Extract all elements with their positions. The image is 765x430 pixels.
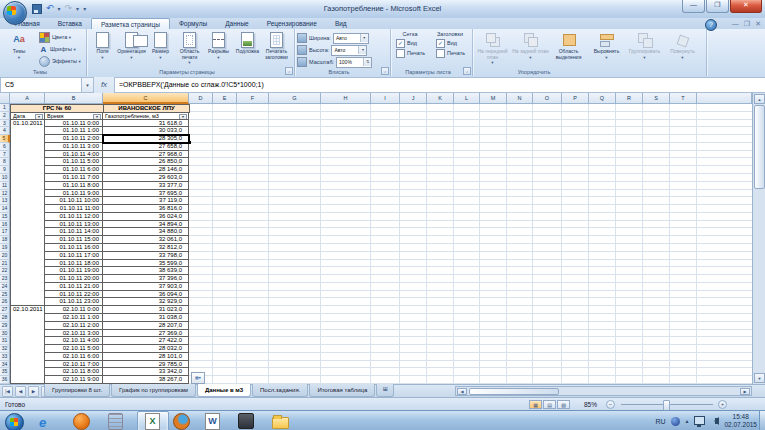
- cell-B9[interactable]: 01.10.11 6:00: [45, 166, 103, 174]
- cell-A9[interactable]: [10, 166, 45, 174]
- undo-icon[interactable]: ↶: [46, 4, 54, 13]
- cell-B33[interactable]: 02.10.11 6:00: [45, 353, 103, 361]
- row-header-28[interactable]: 28: [0, 314, 10, 322]
- minimize-button[interactable]: —: [682, 0, 705, 13]
- column-header-O[interactable]: O: [533, 93, 562, 104]
- start-button[interactable]: [5, 413, 24, 430]
- fill-handle[interactable]: [188, 141, 191, 144]
- row-header-29[interactable]: 29: [0, 322, 10, 330]
- cell-A13[interactable]: [10, 197, 45, 205]
- scroll-left-icon[interactable]: ◀: [457, 388, 467, 395]
- prev-sheet-icon[interactable]: ◀: [15, 386, 26, 397]
- sheet-tab-3[interactable]: Данные в м3: [197, 384, 251, 397]
- cell-C19[interactable]: 32 812,0: [103, 244, 189, 252]
- cell-B28[interactable]: 02.10.11 1:00: [45, 314, 103, 322]
- scroll-up-icon[interactable]: ▲: [754, 94, 765, 104]
- cell-B14[interactable]: 01.10.11 11:00: [45, 205, 103, 213]
- cell-B16[interactable]: 01.10.11 13:00: [45, 221, 103, 229]
- column-header-K[interactable]: K: [427, 93, 454, 104]
- row-header-14[interactable]: 14: [0, 205, 10, 213]
- cell-A6[interactable]: [10, 143, 45, 151]
- normal-view-icon[interactable]: ▦: [529, 400, 542, 409]
- column-header-end[interactable]: [697, 93, 752, 104]
- column-header-P[interactable]: P: [562, 93, 589, 104]
- cell-C30[interactable]: 27 369,0: [103, 330, 189, 338]
- cell-B4[interactable]: 01.10.11 1:00: [45, 127, 103, 135]
- cell-C21[interactable]: 35 599,0: [103, 260, 189, 268]
- cell-B31[interactable]: 02.10.11 4:00: [45, 337, 103, 345]
- workbook-minimize-icon[interactable]: —: [732, 20, 739, 28]
- cell-B30[interactable]: 02.10.11 3:00: [45, 330, 103, 338]
- cell-A15[interactable]: [10, 213, 45, 221]
- first-sheet-icon[interactable]: |◀: [2, 386, 13, 397]
- customize-qat-icon[interactable]: ▾: [83, 5, 86, 12]
- tab-view[interactable]: Вид: [326, 18, 356, 29]
- zoom-in-icon[interactable]: +: [718, 400, 727, 409]
- cell-A23[interactable]: [10, 275, 45, 283]
- cell-C12[interactable]: 37 695,0: [103, 190, 189, 198]
- column-header-I[interactable]: I: [371, 93, 400, 104]
- row-header-36[interactable]: 36: [0, 376, 10, 384]
- row-header-19[interactable]: 19: [0, 244, 10, 252]
- cell-B7[interactable]: 01.10.11 4:00: [45, 151, 103, 159]
- cell-A30[interactable]: [10, 330, 45, 338]
- tab-formulas[interactable]: Формулы: [170, 18, 216, 29]
- column-header-T[interactable]: T: [670, 93, 697, 104]
- row-header-33[interactable]: 33: [0, 353, 10, 361]
- cell-A32[interactable]: [10, 345, 45, 353]
- cell-A21[interactable]: [10, 260, 45, 268]
- page-layout-view-icon[interactable]: ▤: [543, 400, 556, 409]
- cell-B21[interactable]: 01.10.11 18:00: [45, 260, 103, 268]
- cell-A26[interactable]: [10, 298, 45, 306]
- cell-C25[interactable]: 36 094,0: [103, 291, 189, 299]
- cell-C3[interactable]: 31 618,0: [103, 120, 189, 128]
- row-header-11[interactable]: 11: [0, 182, 10, 190]
- cell-B10[interactable]: 01.10.11 7:00: [45, 174, 103, 182]
- cell-B19[interactable]: 01.10.11 16:00: [45, 244, 103, 252]
- column-header-C[interactable]: C: [103, 93, 189, 104]
- cell-C23[interactable]: 37 396,0: [103, 275, 189, 283]
- cell-B32[interactable]: 02.10.11 5:00: [45, 345, 103, 353]
- cell-C11[interactable]: 33 377,0: [103, 182, 189, 190]
- row-header-5[interactable]: 5: [0, 135, 10, 143]
- page-break-view-icon[interactable]: ▧: [557, 400, 570, 409]
- cell-A35[interactable]: [10, 368, 45, 376]
- row-header-4[interactable]: 4: [0, 127, 10, 135]
- taskbar-media-app-icon[interactable]: [73, 413, 90, 430]
- cell-A24[interactable]: [10, 283, 45, 291]
- cell-A4[interactable]: [10, 127, 45, 135]
- sheet-tab-1[interactable]: Группировки 8 шт.: [44, 384, 110, 397]
- taskbar-calculator-icon[interactable]: [108, 413, 124, 429]
- undo-dropdown-icon[interactable]: ▾: [58, 5, 61, 12]
- excel-app-icon[interactable]: X: [145, 413, 161, 429]
- row-header-34[interactable]: 34: [0, 361, 10, 369]
- close-button[interactable]: ✕: [730, 0, 762, 13]
- cell-A25[interactable]: [10, 291, 45, 299]
- cell-B24[interactable]: 01.10.11 21:00: [45, 283, 103, 291]
- row-header-23[interactable]: 23: [0, 275, 10, 283]
- date-filter-header[interactable]: Дата▼: [10, 112, 45, 120]
- cell-A10[interactable]: [10, 174, 45, 182]
- cell-C28[interactable]: 31 038,0: [103, 314, 189, 322]
- tab-page-layout[interactable]: Разметка страницы: [91, 18, 170, 29]
- column-header-S[interactable]: S: [643, 93, 670, 104]
- column-header-D[interactable]: D: [189, 93, 213, 104]
- row-header-18[interactable]: 18: [0, 236, 10, 244]
- zoom-level[interactable]: 85%: [584, 401, 597, 408]
- column-header-H[interactable]: H: [321, 93, 371, 104]
- row-header-30[interactable]: 30: [0, 330, 10, 338]
- cell-A8[interactable]: [10, 158, 45, 166]
- cell-C14[interactable]: 36 816,0: [103, 205, 189, 213]
- workbook-close-icon[interactable]: ✕: [755, 20, 761, 28]
- cell-B11[interactable]: 01.10.11 8:00: [45, 182, 103, 190]
- cell-B12[interactable]: 01.10.11 9:00: [45, 190, 103, 198]
- language-indicator[interactable]: RU: [655, 418, 665, 425]
- column-header-B[interactable]: B: [45, 93, 103, 104]
- row-header-8[interactable]: 8: [0, 158, 10, 166]
- cell-B6[interactable]: 01.10.11 3:00: [45, 143, 103, 151]
- network-icon[interactable]: [694, 416, 705, 425]
- taskbar-firefox-icon[interactable]: [173, 413, 190, 430]
- row-header-13[interactable]: 13: [0, 197, 10, 205]
- gas-filter-header[interactable]: Газопотребление, м3▼: [103, 112, 189, 120]
- cell-C33[interactable]: 28 101,0: [103, 353, 189, 361]
